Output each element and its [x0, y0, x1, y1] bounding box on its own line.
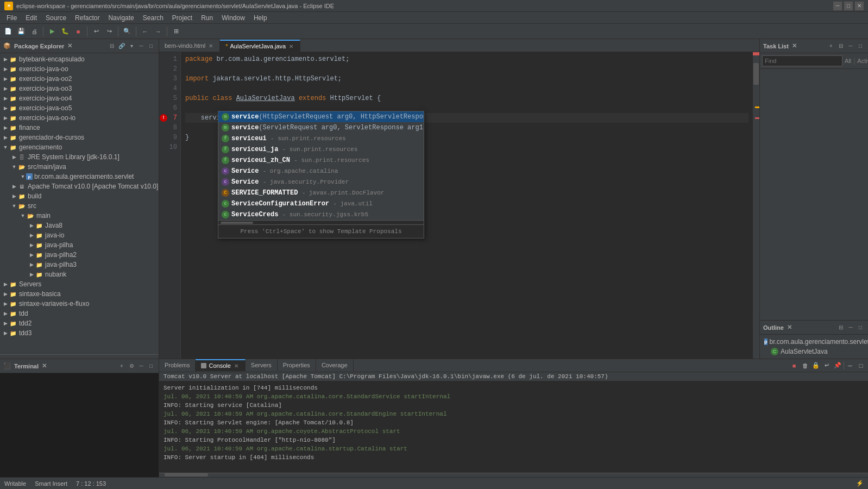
menu-source[interactable]: Source	[41, 13, 71, 23]
tree-item-servers[interactable]: ▶ 📁 Servers	[0, 279, 159, 289]
tree-item-main[interactable]: ▼ 📂 main	[0, 211, 159, 221]
terminal-new[interactable]: +	[117, 362, 126, 371]
tree-item-java-pilha[interactable]: ▶ 📁 java-pilha	[0, 240, 159, 250]
task-filter-button[interactable]: ⊟	[836, 42, 845, 51]
editor-scrollbar[interactable]	[753, 52, 759, 359]
close-button[interactable]: ✕	[855, 2, 864, 10]
debug-button[interactable]: 🐛	[59, 26, 71, 37]
tree-item-exercicio-oo[interactable]: ▶ 📁 exercicio-java-oo	[0, 64, 159, 74]
tab-aula-servlet[interactable]: * AulaServletJava.java ✕	[220, 40, 300, 52]
console-tab-close[interactable]: ✕	[233, 363, 240, 369]
terminal-maximize[interactable]: □	[147, 362, 155, 371]
autocomplete-item-7[interactable]: C SERVICE_FORMATTED - javax.print.DocFla…	[218, 187, 424, 198]
tree-item-tdd[interactable]: ▶ 📁 tdd	[0, 309, 159, 318]
maximize-console[interactable]: □	[856, 361, 866, 371]
autocomplete-popup[interactable]: m service(HttpServletRequest arg0, HttpS…	[218, 111, 424, 239]
perspective-button[interactable]: ⊞	[170, 26, 182, 37]
autocomplete-item-2[interactable]: f serviceui - sun.print.resources	[218, 133, 424, 144]
autocomplete-hscroll[interactable]	[218, 220, 424, 224]
tree-item-exercicio-oo4[interactable]: ▶ 📁 exercicio-java-oo4	[0, 93, 159, 103]
run-button[interactable]: ▶	[46, 26, 58, 37]
maximize-panel-button[interactable]: □	[147, 42, 155, 51]
tab-close-bem-vindo[interactable]: ✕	[207, 43, 214, 49]
task-filter-activate[interactable]: Activate...	[857, 58, 868, 64]
package-explorer-tree[interactable]: ▶ 📁 bytebank-encapsulado ▶ 📁 exercicio-j…	[0, 53, 159, 354]
tab-servers[interactable]: Servers	[246, 359, 278, 371]
tree-item-java-pilha3[interactable]: ▶ 📁 java-pilha3	[0, 260, 159, 269]
task-maximize[interactable]: □	[856, 42, 865, 51]
menu-run[interactable]: Run	[197, 13, 217, 23]
tab-properties[interactable]: Properties	[278, 359, 316, 371]
autocomplete-item-0[interactable]: m service(HttpServletRequest arg0, HttpS…	[218, 111, 424, 122]
clear-console-button[interactable]: 🗑	[800, 361, 810, 371]
minimize-panel-button[interactable]: ─	[137, 42, 146, 51]
redo-button[interactable]: ↪	[103, 26, 115, 37]
task-filter-all[interactable]: All	[845, 58, 851, 64]
tab-bem-vindo[interactable]: bem-vindo.html ✕	[159, 40, 220, 52]
tree-item-java-io[interactable]: ▶ 📁 java-io	[0, 230, 159, 240]
tab-console[interactable]: Console ✕	[196, 359, 245, 371]
package-explorer-close[interactable]: ✕	[67, 42, 75, 50]
next-edit-button[interactable]: →	[152, 26, 164, 37]
link-editor-button[interactable]: 🔗	[117, 42, 126, 51]
undo-button[interactable]: ↩	[90, 26, 102, 37]
pin-console-button[interactable]: 📌	[833, 361, 842, 371]
autocomplete-item-8[interactable]: c ServiceConfigurationError - java.util	[218, 198, 424, 209]
save-button[interactable]: 💾	[15, 26, 27, 37]
outline-sort[interactable]: ⊟	[836, 323, 845, 332]
terminal-content[interactable]	[0, 373, 159, 477]
maximize-button[interactable]: □	[844, 2, 853, 10]
tree-item-tdd2[interactable]: ▶ 📁 tdd2	[0, 318, 159, 328]
autocomplete-item-5[interactable]: c Service - org.apache.catalina	[218, 166, 424, 177]
tab-close-aula-servlet[interactable]: ✕	[288, 43, 294, 49]
tree-item-bytebank[interactable]: ▶ 📁 bytebank-encapsulado	[0, 54, 159, 64]
new-button[interactable]: 📄	[2, 26, 14, 37]
autocomplete-item-6[interactable]: c Service - java.security.Provider	[218, 177, 424, 187]
print-button[interactable]: 🖨	[28, 26, 40, 37]
tree-item-tdd3[interactable]: ▶ 📁 tdd3	[0, 328, 159, 338]
outline-minimize[interactable]: ─	[846, 323, 855, 332]
menu-project[interactable]: Project	[168, 13, 197, 23]
stop-console-button[interactable]: ■	[789, 361, 799, 371]
tree-item-exercicio-oo3[interactable]: ▶ 📁 exercicio-java-oo3	[0, 84, 159, 93]
outline-item-class[interactable]: C AulaServletJava	[760, 347, 868, 356]
task-search-input[interactable]	[762, 55, 842, 66]
tree-item-java-pilha2[interactable]: ▶ 📁 java-pilha2	[0, 250, 159, 260]
word-wrap-button[interactable]: ↵	[822, 361, 832, 371]
tree-item-gerenciamento[interactable]: ▼ 📁 gerenciamento	[0, 142, 159, 152]
collapse-all-button[interactable]: ⊟	[108, 42, 116, 51]
tree-item-nubank[interactable]: ▶ 📁 nubank	[0, 269, 159, 279]
outline-item-package[interactable]: p br.com.aula.gerenciamento.servlet	[760, 337, 868, 347]
outline-close[interactable]: ✕	[787, 324, 795, 331]
tree-item-sintaxe-variaveis[interactable]: ▶ 📁 sintaxe-variaveis-e-fluxo	[0, 299, 159, 309]
code-area[interactable]: package br.com.aula.gerenciamento.servle…	[181, 52, 753, 359]
tree-item-gerenciador[interactable]: ▶ 📁 gerenciador-de-cursos	[0, 133, 159, 142]
menu-search[interactable]: Search	[139, 13, 168, 23]
tree-item-sintaxe-basica[interactable]: ▶ 📁 sintaxe-basica	[0, 289, 159, 299]
task-minimize[interactable]: ─	[846, 42, 855, 51]
menu-window[interactable]: Window	[217, 13, 249, 23]
menu-help[interactable]: Help	[249, 13, 272, 23]
task-list-close[interactable]: ✕	[792, 42, 800, 50]
tree-item-src[interactable]: ▼ 📂 src	[0, 201, 159, 211]
scroll-lock-button[interactable]: 🔒	[811, 361, 821, 371]
search-toolbar-button[interactable]: 🔍	[121, 26, 133, 37]
tree-item-finance[interactable]: ▶ 📁 finance	[0, 123, 159, 133]
tree-item-exercicio-oo5[interactable]: ▶ 📁 exercicio-java-oo5	[0, 103, 159, 113]
view-menu-button[interactable]: ▾	[127, 42, 136, 51]
tree-item-exercicio-oo-io[interactable]: ▶ 📁 exercicio-java-oo-io	[0, 113, 159, 123]
menu-refactor[interactable]: Refactor	[71, 13, 104, 23]
stop-button[interactable]: ■	[72, 26, 84, 37]
prev-edit-button[interactable]: ←	[139, 26, 151, 37]
autocomplete-item-4[interactable]: f serviceui_zh_CN - sun.print.resources	[218, 155, 424, 166]
tree-item-src-main-java[interactable]: ▼ 📂 src/main/java	[0, 162, 159, 172]
terminal-close[interactable]: ✕	[42, 362, 49, 370]
autocomplete-item-9[interactable]: c ServiceCreds - sun.security.jgss.krb5	[218, 209, 424, 220]
menu-navigate[interactable]: Navigate	[104, 13, 138, 23]
tree-item-jre[interactable]: ▶ 🗄 JRE System Library [jdk-16.0.1]	[0, 152, 159, 162]
console-hscroll[interactable]	[159, 473, 868, 477]
minimize-button[interactable]: ─	[833, 2, 842, 10]
tree-item-tomcat[interactable]: ▶ 🖥 Apache Tomcat v10.0 [Apache Tomcat v…	[0, 181, 159, 191]
menu-edit[interactable]: Edit	[21, 13, 41, 23]
tree-item-java8[interactable]: ▶ 📁 Java8	[0, 221, 159, 230]
